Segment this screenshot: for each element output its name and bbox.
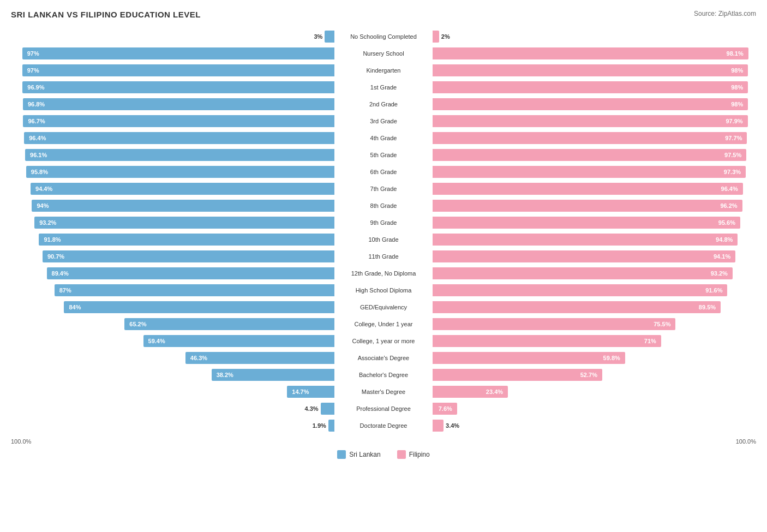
legend-item-left: Sri Lankan [337,450,380,459]
right-section: 75.5% [433,316,756,332]
bar-row: 96.7%3rd Grade97.9% [11,113,756,129]
bar-left: 65.2% [124,318,334,330]
right-section: 93.2% [433,266,756,281]
bar-label: 10th Grade [334,236,433,243]
bar-left: 84% [64,301,334,313]
bar-right: 75.5% [433,318,675,330]
bar-left: 87% [55,284,334,296]
bar-row: 94.4%7th Grade96.4% [11,181,756,196]
bar-right: 98% [433,98,748,110]
bar-left: 59.4% [143,335,334,347]
right-section: 96.4% [433,181,756,196]
value-left: 96.9% [25,84,47,91]
bar-left: 91.8% [39,234,334,246]
bar-left: 1.9% [328,420,334,432]
bar-label: 6th Grade [334,169,433,175]
right-section: 59.8% [433,350,756,366]
bar-label: Associate's Degree [334,355,433,361]
bar-row: 94%8th Grade96.2% [11,198,756,213]
left-section: 96.8% [11,97,334,112]
value-right: 75.5% [651,321,673,327]
legend: Sri Lankan Filipino [11,450,756,459]
bar-row: 96.4%4th Grade97.7% [11,130,756,146]
bar-label: 9th Grade [334,219,433,226]
bar-label: Bachelor's Degree [334,372,433,378]
left-section: 97% [11,63,334,78]
bar-right: 23.4% [433,386,508,398]
value-left: 95.8% [28,169,51,175]
bar-row: 14.7%Master's Degree23.4% [11,384,756,399]
bar-row: 89.4%12th Grade, No Diploma93.2% [11,266,756,281]
value-right: 94.8% [713,236,735,243]
right-section: 89.5% [433,300,756,315]
value-left: 59.4% [146,338,168,344]
bar-right: 7.6% [433,403,457,415]
value-left: 93.2% [37,219,59,226]
bar-right: 93.2% [433,267,733,279]
bar-row: 96.9%1st Grade98% [11,80,756,95]
right-section: 97.9% [433,113,756,129]
bar-right: 98% [433,64,748,76]
value-right: 94.1% [711,253,733,260]
bar-label: College, Under 1 year [334,321,433,327]
bar-left: 90.7% [43,250,334,262]
bar-row: 90.7%11th Grade94.1% [11,249,756,264]
right-section: 97.7% [433,130,756,146]
legend-label-left: Sri Lankan [349,451,380,458]
value-left: 96.4% [26,135,49,141]
value-right: 98% [728,101,746,107]
bar-right: 97.7% [433,132,747,144]
bar-right: 71% [433,335,661,347]
value-right: 97.9% [723,118,745,124]
bar-right: 97.5% [433,149,746,161]
source-label: Source: ZipAtlas.com [694,10,756,17]
value-left-outside: 4.3% [305,405,319,412]
value-left: 94% [34,202,51,209]
value-left: 96.8% [25,101,47,107]
bar-left: 97% [22,64,334,76]
right-section: 97.5% [433,147,756,163]
value-right-outside: 2% [441,33,450,40]
bar-left: 46.3% [185,352,334,364]
bar-label: 12th Grade, No Diploma [334,270,433,277]
bar-right: 96.4% [433,183,743,195]
bar-right: 96.2% [433,200,742,212]
value-left: 14.7% [289,388,311,395]
value-left: 94.4% [33,186,55,192]
bar-left: 94% [32,200,334,212]
axis-right: 100.0% [736,438,756,445]
bar-row: 87%High School Diploma91.6% [11,283,756,298]
legend-color-right [397,450,406,459]
bar-right: 52.7% [433,369,602,381]
left-section: 14.7% [11,384,334,399]
value-left: 46.3% [188,355,210,361]
left-section: 96.1% [11,147,334,163]
right-section: 98% [433,63,756,78]
right-section: 94.8% [433,232,756,247]
bar-row: 91.8%10th Grade94.8% [11,232,756,247]
right-section: 97.3% [433,164,756,180]
bar-row: 96.8%2nd Grade98% [11,97,756,112]
bar-row: 93.2%9th Grade95.6% [11,215,756,230]
bar-right: 94.1% [433,250,735,262]
bar-row: 1.9%Doctorate Degree3.4% [11,418,756,433]
bar-row: 95.8%6th Grade97.3% [11,164,756,180]
bar-right: 89.5% [433,301,721,313]
left-section: 59.4% [11,333,334,349]
value-right: 71% [642,338,659,344]
value-left: 89.4% [49,270,71,277]
bar-label: 5th Grade [334,152,433,158]
bar-left: 97% [22,47,334,59]
right-section: 98% [433,80,756,95]
bars-area: 3%No Schooling Completed2%97%Nursery Sch… [11,29,756,433]
bar-row: 97%Kindergarten98% [11,63,756,78]
bar-right: 97.3% [433,166,746,178]
left-section: 97% [11,46,334,61]
chart-container: 3%No Schooling Completed2%97%Nursery Sch… [0,23,767,475]
left-section: 84% [11,300,334,315]
value-left: 96.1% [27,152,50,158]
left-section: 46.3% [11,350,334,366]
left-section: 3% [11,29,334,44]
bar-left: 96.8% [23,98,334,110]
left-section: 96.9% [11,80,334,95]
